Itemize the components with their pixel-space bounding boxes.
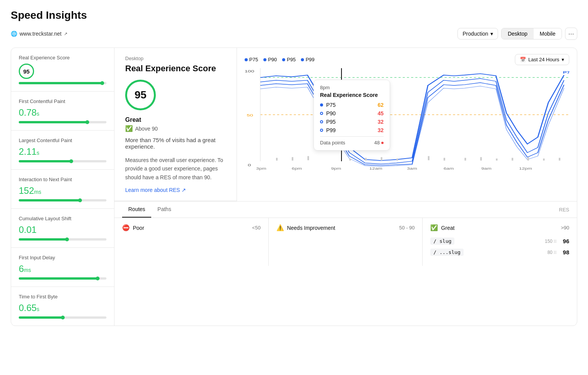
ttfb-unit: s xyxy=(37,306,39,312)
chevron-down-icon: ▾ xyxy=(490,31,493,37)
legend-p95: P95 xyxy=(282,57,296,62)
tooltip-row-p99: P99 32 xyxy=(320,127,384,133)
content-area: Desktop Real Experience Score 95 Great ✅… xyxy=(114,48,577,326)
device-toggle: Desktop Mobile xyxy=(501,28,562,39)
mobile-button[interactable]: Mobile xyxy=(534,28,562,39)
inp-value-wrap: 152ms xyxy=(19,185,106,196)
svg-text:12pm: 12pm xyxy=(519,167,532,170)
calendar-icon: 📅 xyxy=(520,57,526,62)
bottom-area: Routes Paths RES ⛔ Poor <50 xyxy=(114,201,577,326)
lcp-unit: s xyxy=(37,150,39,156)
tooltip-datapoints: Data points 48 xyxy=(320,140,384,146)
svg-rect-24 xyxy=(365,158,367,160)
p90-dot xyxy=(263,58,266,61)
desktop-button[interactable]: Desktop xyxy=(501,28,533,39)
globe-icon: 🌐 xyxy=(11,31,17,37)
sidebar-section-lcp: Largest Contentful Paint 2.11s xyxy=(11,131,114,170)
desc-score-value: 95 xyxy=(134,89,146,101)
chart-svg-wrap: 100 50 0 xyxy=(245,68,569,191)
fcp-value: 0.78 xyxy=(19,107,37,118)
lcp-bar-fill xyxy=(19,160,71,162)
route-path-0[interactable]: / slug xyxy=(430,237,454,245)
desc-grade: Great xyxy=(125,116,226,123)
environment-dropdown[interactable]: Production ▾ xyxy=(457,28,498,39)
svg-rect-27 xyxy=(428,156,430,160)
p95-label: P95 xyxy=(287,57,296,62)
route-count-value-1: 80 xyxy=(547,250,552,255)
svg-rect-35 xyxy=(559,158,560,160)
col-header-great: ✅ Great >90 xyxy=(430,224,569,231)
svg-text:9am: 9am xyxy=(481,167,492,170)
cls-bar-thumb xyxy=(65,237,69,241)
external-link-icon[interactable]: ↗ xyxy=(64,31,67,36)
learn-more-link[interactable]: Learn more about RES ↗ xyxy=(125,187,186,193)
svg-rect-30 xyxy=(480,157,482,160)
ttfb-bar-fill xyxy=(19,316,63,319)
p99-tooltip-label: P99 xyxy=(326,127,374,133)
p75-label: P75 xyxy=(249,57,258,62)
environment-label: Production xyxy=(462,31,488,37)
tooltip-row-p95: P95 32 xyxy=(320,119,384,125)
lcp-value: 2.11 xyxy=(19,146,37,157)
svg-text:50: 50 xyxy=(247,113,253,118)
ttfb-value-wrap: 0.65s xyxy=(19,303,106,313)
chart-svg: 100 50 0 xyxy=(245,68,569,172)
p99-tooltip-val: 32 xyxy=(377,127,384,133)
fcp-value-wrap: 0.78s xyxy=(19,107,106,118)
legend-p75: P75 xyxy=(245,57,258,62)
chart-legend: P75 P90 P95 xyxy=(245,57,315,62)
svg-text:12am: 12am xyxy=(369,167,382,170)
sidebar-label-res: Real Experience Score xyxy=(19,55,106,61)
p90-tooltip-label: P90 xyxy=(326,110,374,116)
svg-rect-29 xyxy=(464,158,466,160)
inp-bar xyxy=(19,199,106,201)
needs-improvement-status-icon: ⚠️ xyxy=(276,224,284,231)
page-title: Speed Insights xyxy=(11,9,577,21)
desc-above: ✅ Above 90 xyxy=(125,125,226,132)
col-header-poor: ⛔ Poor <50 xyxy=(122,224,261,231)
res-score-row: 95 xyxy=(19,64,106,79)
route-score-1: 98 xyxy=(563,249,569,255)
main-layout: Real Experience Score 95 First Contentfu… xyxy=(11,47,577,326)
sidebar-section-res: Real Experience Score 95 xyxy=(11,48,114,92)
route-count-1: 80 ⁝⁝ xyxy=(547,250,557,255)
needs-improvement-range: 50 - 90 xyxy=(399,225,415,231)
date-range-button[interactable]: 📅 Last 24 Hours ▾ xyxy=(515,54,569,65)
cls-value-wrap: 0.01 xyxy=(19,224,106,235)
cls-bar-fill xyxy=(19,238,67,241)
svg-text:3pm: 3pm xyxy=(256,167,266,170)
p95-tooltip-label: P95 xyxy=(326,119,374,125)
fcp-unit: s xyxy=(37,111,39,117)
p95-dot xyxy=(282,58,285,61)
res-score-circle: 95 xyxy=(19,64,34,79)
desc-context: Desktop xyxy=(125,56,226,61)
legend-p99: P99 xyxy=(301,57,314,62)
svg-rect-32 xyxy=(512,158,513,160)
res-bar-fill xyxy=(19,82,102,84)
tab-routes[interactable]: Routes xyxy=(122,201,151,218)
route-path-1[interactable]: / ...slug xyxy=(430,249,463,256)
tabs: Routes Paths xyxy=(122,201,177,218)
routes-col-needs-improvement: ⚠️ Needs Improvement 50 - 90 xyxy=(269,218,423,266)
sidebar-label-inp: Interaction to Next Paint xyxy=(19,177,106,182)
route-count-dots-0: ⁝⁝ xyxy=(554,239,557,244)
datapoints-value: 48 xyxy=(374,140,380,146)
description-panel: Desktop Real Experience Score 95 Great ✅… xyxy=(114,48,237,201)
svg-rect-25 xyxy=(381,157,382,160)
tab-paths[interactable]: Paths xyxy=(151,201,177,218)
svg-text:P75: P75 xyxy=(563,70,569,75)
fcp-bar-fill xyxy=(19,121,87,123)
col-header-needs-improvement: ⚠️ Needs Improvement 50 - 90 xyxy=(276,224,415,231)
more-options-button[interactable]: ··· xyxy=(565,28,577,40)
ttfb-bar xyxy=(19,316,106,319)
lcp-value-wrap: 2.11s xyxy=(19,146,106,157)
route-row-0: / slug 150 ⁝⁝ 96 xyxy=(430,237,569,245)
inp-bar-fill xyxy=(19,199,80,201)
sidebar-label-cls: Cumulative Layout Shift xyxy=(19,216,106,221)
p90-label: P90 xyxy=(268,57,277,62)
svg-rect-31 xyxy=(496,159,498,160)
inp-unit: ms xyxy=(34,189,41,195)
lcp-bar-thumb xyxy=(69,159,73,163)
svg-text:9pm: 9pm xyxy=(331,167,341,170)
grade-label: Great xyxy=(125,116,141,123)
